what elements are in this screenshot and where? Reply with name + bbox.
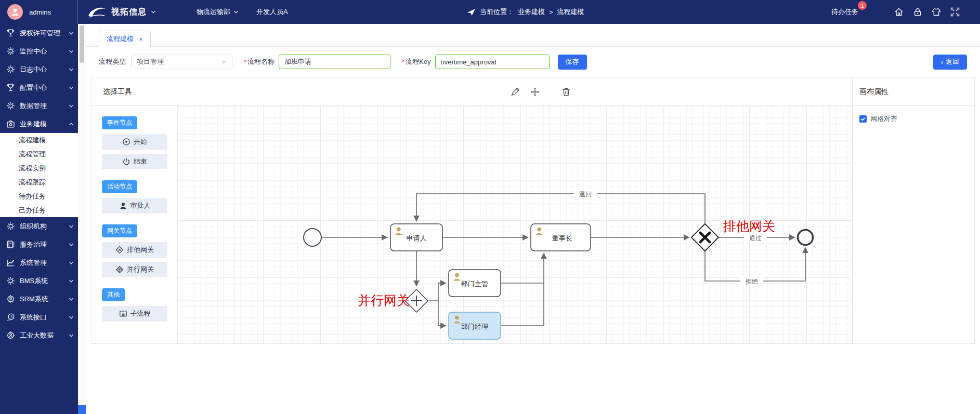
edge-label-pass: 通过 — [749, 234, 762, 242]
submenu-item-done-tasks[interactable]: 已办任务 — [0, 203, 78, 217]
gear-icon — [6, 101, 15, 110]
sidebar-item-config[interactable]: 配置中心 — [0, 78, 78, 97]
todo-label: 待办任务 — [831, 8, 858, 16]
tab-bar: 流程建模 × — [86, 24, 980, 47]
chevron-down-icon — [69, 49, 74, 54]
submenu-item-process-tracking[interactable]: 流程跟踪 — [0, 175, 78, 189]
lock-icon[interactable] — [912, 7, 923, 17]
fullscreen-icon[interactable] — [950, 7, 960, 17]
book-icon — [6, 240, 15, 249]
department-selector[interactable]: 物流运输部 — [197, 7, 239, 17]
todo-count-badge: 1 — [858, 1, 867, 10]
palette-item-approver[interactable]: 审批人 — [102, 198, 167, 213]
breadcrumb-current[interactable]: 流程建模 — [557, 7, 584, 17]
sidebar-scrollbar[interactable] — [78, 24, 86, 414]
process-form: 流程类型 项目管理 * 流程名称 * 流程Key 保存 ‹ 返回 — [86, 47, 980, 77]
palette-item-start[interactable]: 开始 — [102, 134, 167, 150]
palette-tag-event: 事件节点 — [102, 116, 137, 129]
breadcrumb-parent[interactable]: 业务建模 — [518, 7, 545, 17]
brand-logo-icon — [86, 5, 107, 19]
sidebar-item-system-management[interactable]: 系统管理 — [0, 253, 78, 272]
chevron-down-icon — [69, 333, 74, 338]
move-tool-icon[interactable] — [530, 87, 540, 97]
brand-block[interactable]: 视拓信息 — [86, 5, 156, 19]
palette-item-end[interactable]: 结束 — [102, 154, 167, 169]
clock-chart-icon — [6, 313, 15, 322]
back-button[interactable]: ‹ 返回 — [933, 55, 967, 70]
annotation-parallel-gateway: 并行网关 — [358, 293, 410, 308]
submenu-item-process-management[interactable]: 流程管理 — [0, 147, 78, 161]
start-event[interactable] — [304, 229, 321, 246]
chevron-down-icon — [69, 278, 74, 284]
process-name-input[interactable] — [279, 55, 390, 69]
grid-snap-checkbox-row[interactable]: 网格对齐 — [859, 114, 968, 124]
scrollbar-corner — [78, 405, 86, 414]
submenu-item-process-instance[interactable]: 流程实例 — [0, 161, 78, 175]
user-block[interactable]: admins — [0, 0, 78, 24]
main-content: 流程建模 × 流程类型 项目管理 * 流程名称 * 流程Key 保存 ‹ 返回 … — [86, 24, 980, 414]
role-label: 开发人员A — [256, 7, 288, 17]
sidebar-item-srm[interactable]: SRM系统 — [0, 290, 78, 308]
approver-person-icon — [119, 202, 127, 210]
palette-tag-activity: 活动节点 — [102, 180, 137, 193]
flow-reject[interactable] — [705, 248, 805, 281]
trophy-icon — [6, 83, 15, 92]
sidebar-item-monitor[interactable]: 监控中心 — [0, 42, 78, 60]
sidebar-item-service-governance[interactable]: 服务治理 — [0, 235, 78, 253]
end-event-icon — [122, 157, 130, 166]
sidebar-item-data[interactable]: 数据管理 — [0, 97, 78, 115]
process-key-input[interactable] — [435, 55, 550, 69]
flow-parallel-branch[interactable] — [429, 283, 438, 326]
todo-tasks-link[interactable]: 待办任务 1 — [831, 7, 858, 17]
gear-icon — [6, 65, 15, 74]
chevron-down-icon — [69, 103, 74, 109]
edit-pencil-icon[interactable] — [510, 87, 520, 97]
username: admins — [29, 8, 51, 16]
sidebar-item-system-interface[interactable]: 系统接口 — [0, 308, 78, 326]
task-dept-manager-selected[interactable]: 部门经理 — [449, 312, 501, 339]
delete-trash-icon[interactable] — [561, 87, 571, 97]
palette-item-exclusive-gateway[interactable]: 排他网关 — [102, 242, 167, 258]
end-event[interactable] — [798, 230, 813, 245]
chevron-down-icon — [69, 297, 74, 302]
process-type-select[interactable]: 项目管理 — [131, 55, 232, 69]
submenu-item-process-modeling[interactable]: 流程建模 — [0, 133, 78, 147]
chevron-down-icon — [151, 9, 156, 15]
person-gear-icon — [6, 331, 15, 340]
save-button[interactable]: 保存 — [558, 55, 587, 70]
avatar[interactable] — [7, 4, 23, 20]
sidebar-item-business-modeling[interactable]: 业务建模 — [0, 115, 78, 133]
palette-tag-other: 其他 — [102, 288, 125, 301]
sidebar-item-bms[interactable]: BMS系统 — [0, 272, 78, 290]
process-type-label: 流程类型 — [99, 57, 126, 66]
flow-return[interactable] — [416, 194, 705, 224]
palette-item-subprocess[interactable]: 子流程 — [102, 306, 167, 322]
bpmn-canvas[interactable]: 退回 通过 拒绝 申请人 — [177, 106, 852, 343]
task-chairman[interactable]: 董事长 — [531, 224, 591, 251]
sidebar-item-organization[interactable]: 组织机构 — [0, 217, 78, 235]
sidebar-item-license[interactable]: 授权许可管理 — [0, 24, 78, 42]
chevron-up-icon — [69, 122, 74, 127]
task-dept-head[interactable]: 部门主管 — [449, 270, 501, 297]
task-applicant[interactable]: 申请人 — [390, 224, 442, 251]
person-icon — [10, 7, 20, 17]
tab-label: 流程建模 — [107, 34, 134, 44]
theme-shirt-icon[interactable] — [931, 7, 942, 17]
task-applicant-label: 申请人 — [407, 234, 427, 242]
tab-close-icon[interactable]: × — [139, 35, 143, 43]
flow-merge[interactable] — [501, 283, 544, 326]
process-type-value: 项目管理 — [137, 57, 164, 66]
submenu-item-todo-tasks[interactable]: 待办任务 — [0, 189, 78, 203]
home-icon[interactable] — [894, 7, 904, 17]
palette-item-parallel-gateway[interactable]: 并行网关 — [102, 262, 167, 277]
exclusive-gateway-icon — [115, 246, 124, 254]
gear-icon — [6, 276, 15, 285]
scrollbar-thumb[interactable] — [80, 25, 84, 63]
topbar-actions: 待办任务 1 — [831, 0, 960, 24]
checkbox-checked-icon[interactable] — [859, 115, 867, 123]
tab-process-modeling[interactable]: 流程建模 × — [99, 31, 151, 47]
sidebar-item-logs[interactable]: 日志中心 — [0, 60, 78, 78]
task-chairman-label: 董事长 — [552, 234, 572, 242]
exclusive-gateway[interactable] — [691, 224, 718, 251]
sidebar-item-industrial-bigdata[interactable]: 工业大数据 — [0, 326, 78, 344]
